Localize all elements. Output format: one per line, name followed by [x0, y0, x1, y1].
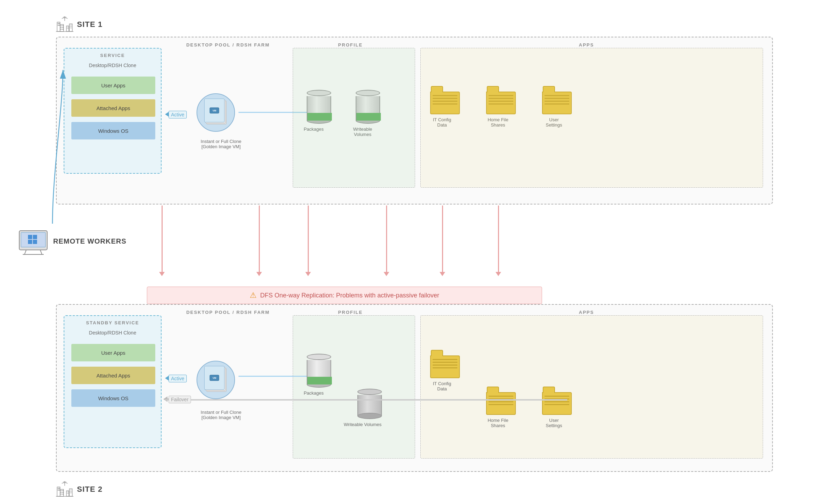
site1-active-label: Active [169, 111, 187, 118]
site2-layer-windows-os: Windows OS [71, 389, 155, 407]
svg-rect-15 [68, 27, 69, 28]
city-icon-site2 [56, 481, 73, 498]
site1-vm-area: VM [197, 93, 235, 132]
site1-apps-bg [420, 48, 763, 188]
remote-workers: REMOTE WORKERS [17, 227, 127, 255]
site2-layer-user-apps: User Apps [71, 344, 155, 361]
svg-rect-7 [60, 26, 62, 27]
site2-vm-area: VM [197, 361, 235, 399]
svg-rect-44 [58, 490, 59, 491]
svg-rect-56 [67, 493, 68, 494]
svg-rect-58 [69, 489, 72, 496]
svg-rect-49 [60, 492, 62, 493]
vm-icon: VM [209, 107, 220, 114]
site2-packages-cylinder: Packages [301, 354, 336, 393]
svg-rect-8 [62, 26, 63, 27]
site2-desktop-pool-title: DESKTOP POOL / RDSH FARM [169, 310, 287, 315]
site2-writeable-label: Writeable Volumes [343, 422, 382, 427]
svg-rect-20 [71, 25, 72, 26]
svg-rect-12 [62, 29, 63, 30]
vm-icon-2: VM [209, 374, 220, 381]
site2-apps-bg [420, 315, 763, 459]
site1-profile-title: PROFILE [294, 42, 406, 48]
remote-workers-label-area: REMOTE WORKERS [53, 237, 127, 245]
svg-rect-48 [62, 490, 63, 491]
site1-profile-bg [293, 48, 415, 188]
v-arrow-3 [305, 206, 311, 276]
site2-writeable-cylinder: Writeable Volumes [350, 389, 389, 424]
v-arrow-4 [384, 206, 389, 276]
svg-rect-24 [71, 28, 72, 28]
site2-apps-title: APPS [424, 310, 749, 315]
svg-line-35 [40, 250, 42, 254]
svg-rect-22 [71, 26, 72, 27]
warning-icon: ⚠ [250, 291, 257, 300]
remote-workers-label: REMOTE WORKERS [53, 237, 127, 245]
svg-rect-52 [62, 494, 63, 495]
site1-layer-windows-os: Windows OS [71, 122, 155, 139]
svg-rect-45 [59, 490, 60, 491]
site2-profile-title: PROFILE [294, 310, 406, 315]
svg-rect-33 [33, 240, 37, 244]
v-arrow-6 [496, 206, 501, 276]
site1-desktop-pool-title: DESKTOP POOL / RDSH FARM [169, 42, 287, 48]
svg-rect-16 [67, 28, 68, 29]
svg-rect-47 [60, 490, 62, 491]
site2-box: STANDBY SERVICE Desktop/RDSH Clone User … [56, 304, 773, 472]
diagram-container: SITE 1 SERVICE Desktop/RDSH Clone User A… [0, 0, 819, 504]
dfs-banner-text: DFS One-way Replication: Problems with a… [260, 292, 439, 299]
svg-text:VM: VM [212, 377, 216, 379]
site2-failover-line [165, 399, 567, 401]
site1-layer-attached-apps: Attached Apps [71, 99, 155, 117]
svg-rect-51 [60, 494, 62, 495]
svg-rect-4 [58, 25, 59, 26]
svg-rect-23 [70, 28, 71, 28]
site2-service-box: STANDBY SERVICE Desktop/RDSH Clone User … [64, 315, 162, 448]
v-arrow-5 [440, 206, 445, 276]
svg-rect-14 [67, 27, 68, 28]
site1-text: SITE 1 [77, 20, 102, 29]
site2-homefile-label: Home FileShares [480, 418, 515, 428]
site1-service-title: SERVICE [64, 53, 161, 58]
svg-rect-32 [28, 240, 32, 244]
svg-rect-19 [70, 25, 71, 26]
svg-rect-9 [60, 27, 62, 28]
site2-service-title: STANDBY SERVICE [64, 320, 161, 325]
v-arrow-1 [159, 206, 165, 276]
site1-service-box: SERVICE Desktop/RDSH Clone User Apps Att… [64, 48, 162, 174]
svg-rect-60 [71, 490, 72, 490]
v-arrow-2 [256, 206, 262, 276]
svg-rect-61 [70, 491, 71, 492]
site2-vm-label: Instant or Full Clone[Golden Image VM] [186, 410, 256, 420]
svg-rect-64 [71, 492, 72, 493]
svg-rect-43 [59, 488, 60, 489]
svg-rect-18 [69, 24, 72, 31]
svg-rect-55 [68, 492, 69, 492]
svg-rect-62 [71, 491, 72, 492]
site2-failover-label: Failover [169, 396, 191, 403]
site2-vm-stack: VM [203, 366, 229, 394]
site2-itconfig-folder: IT ConfigData [427, 355, 462, 389]
site1-label: SITE 1 [56, 16, 102, 33]
svg-rect-59 [70, 490, 71, 490]
svg-rect-50 [62, 492, 63, 493]
site2-text: SITE 2 [77, 485, 102, 494]
svg-rect-5 [59, 25, 60, 26]
svg-line-34 [24, 250, 26, 254]
site2-usersettings-label: UserSettings [536, 418, 571, 428]
site2-layer-attached-apps: Attached Apps [71, 367, 155, 384]
site1-layer-user-apps: User Apps [71, 77, 155, 94]
svg-rect-63 [70, 492, 71, 493]
svg-rect-10 [62, 27, 63, 28]
svg-rect-17 [68, 28, 69, 29]
svg-rect-11 [60, 29, 62, 30]
site1-vm-label: Instant or Full Clone[Golden Image VM] [186, 139, 256, 149]
svg-rect-21 [70, 26, 71, 27]
site1-vm-stack: VM [203, 99, 229, 127]
site2-service-subtitle: Desktop/RDSH Clone [64, 330, 161, 336]
svg-rect-2 [58, 23, 59, 24]
svg-rect-57 [68, 493, 69, 494]
site1-box: SERVICE Desktop/RDSH Clone User Apps Att… [56, 37, 773, 204]
site2-active-label: Active [169, 375, 187, 382]
site2-label: SITE 2 [56, 481, 102, 498]
